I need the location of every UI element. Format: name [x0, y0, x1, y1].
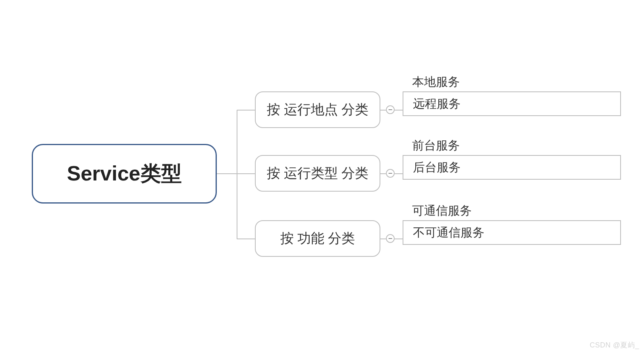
branch-label: 按 功能 分类: [280, 229, 355, 248]
connector: [395, 239, 403, 239]
collapse-toggle[interactable]: −: [386, 234, 395, 243]
connector: [395, 173, 403, 174]
leaf-text: 远程服务: [413, 96, 461, 112]
connector: [380, 173, 386, 174]
connector: [237, 110, 255, 111]
collapse-toggle[interactable]: −: [386, 105, 395, 114]
branch-label: 按 运行类型 分类: [267, 164, 369, 182]
branch-node-runtype[interactable]: 按 运行类型 分类: [255, 155, 380, 192]
connector: [237, 173, 255, 174]
minus-icon: −: [388, 235, 393, 242]
leaf-text: 不可通信服务: [413, 225, 484, 241]
connector: [395, 110, 403, 111]
root-label: Service类型: [67, 160, 181, 188]
connector: [237, 239, 255, 239]
connector: [217, 173, 237, 174]
branch-label: 按 运行地点 分类: [267, 101, 369, 119]
mindmap-canvas: Service类型 按 运行地点 分类 − 本地服务 远程服务 按 运行类型 分…: [0, 0, 644, 353]
leaf-label: 本地服务: [412, 74, 460, 90]
leaf-node-remote-service[interactable]: 远程服务: [403, 91, 621, 116]
minus-icon: −: [388, 106, 393, 113]
branch-node-location[interactable]: 按 运行地点 分类: [255, 91, 380, 128]
connector: [237, 110, 237, 239]
collapse-toggle[interactable]: −: [386, 169, 395, 178]
leaf-text: 后台服务: [413, 159, 461, 176]
leaf-node-non-communicable-service[interactable]: 不可通信服务: [403, 220, 621, 245]
branch-node-function[interactable]: 按 功能 分类: [255, 220, 380, 257]
connector: [380, 110, 386, 111]
root-node[interactable]: Service类型: [32, 144, 217, 204]
leaf-label: 可通信服务: [412, 203, 472, 219]
minus-icon: −: [388, 170, 393, 177]
connector: [380, 239, 386, 239]
watermark-text: CSDN @夏屿_: [590, 340, 639, 350]
leaf-label: 前台服务: [412, 138, 460, 154]
leaf-node-background-service[interactable]: 后台服务: [403, 155, 621, 180]
